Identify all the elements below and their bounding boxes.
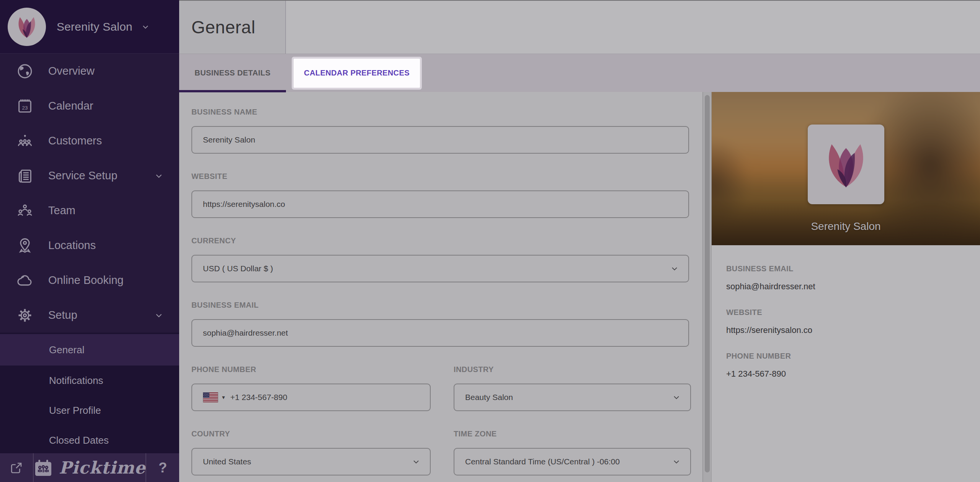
sidebar-item-online-booking[interactable]: Online Booking — [0, 263, 179, 298]
tab-calendar-preferences[interactable]: CALENDAR PREFERENCES — [294, 59, 420, 88]
panel-email-group: BUSINESS EMAIL sophia@hairdresser.net — [726, 264, 969, 292]
sidebar-subitem-user-profile[interactable]: User Profile — [0, 395, 179, 425]
business-name: Serenity Salon — [57, 20, 132, 33]
sidebar-item-customers[interactable]: Customers — [0, 123, 179, 158]
panel-info: BUSINESS EMAIL sophia@hairdresser.net WE… — [712, 245, 980, 395]
business-logo-card — [808, 125, 884, 204]
lotus-logo-icon — [13, 13, 41, 41]
business-logo — [8, 8, 46, 46]
business-switcher[interactable]: Serenity Salon — [0, 0, 179, 54]
customers-icon — [14, 132, 36, 150]
sidebar-item-calendar[interactable]: 23 Calendar — [0, 89, 179, 123]
us-flag-icon — [203, 392, 218, 402]
page-title-box: General — [179, 1, 286, 54]
services-icon — [14, 167, 36, 185]
chevron-down-icon — [154, 171, 164, 181]
external-link-icon — [10, 461, 23, 475]
sidebar-item-locations[interactable]: Locations — [0, 228, 179, 263]
sidebar-item-label: Setup — [48, 309, 154, 321]
location-pin-icon — [14, 237, 36, 254]
subitem-label: Notifications — [49, 375, 103, 387]
sidebar-subitem-closed-dates[interactable]: Closed Dates — [0, 425, 179, 455]
field-website: WEBSITE — [191, 172, 689, 218]
panel-phone-value: +1 234-567-890 — [726, 369, 786, 379]
subitem-label: Closed Dates — [49, 434, 109, 446]
panel-phone-label: PHONE NUMBER — [726, 352, 969, 361]
page-header: General — [179, 0, 980, 54]
timezone-select[interactable]: Central Standard Time (US/Central ) -06:… — [454, 448, 691, 475]
website-label: WEBSITE — [191, 172, 689, 181]
sidebar-subitem-notifications[interactable]: Notifications — [0, 366, 179, 395]
panel-phone-group: PHONE NUMBER +1 234-567-890 — [726, 352, 969, 379]
sidebar-item-setup[interactable]: Setup — [0, 298, 179, 333]
country-value: United States — [203, 457, 412, 466]
phone-number-label: PHONE NUMBER — [191, 365, 431, 374]
chevron-down-icon — [154, 310, 164, 320]
business-details-form: BUSINESS NAME WEBSITE CURRENCY USD ( US … — [179, 92, 703, 482]
phone-country-caret-icon: ▾ — [222, 394, 225, 401]
chevron-down-icon — [672, 393, 681, 402]
sidebar-subitem-general[interactable]: General — [0, 334, 179, 366]
cloud-icon — [14, 272, 36, 289]
currency-value: USD ( US Dollar $ ) — [203, 264, 670, 273]
field-timezone: TIME ZONE Central Standard Time (US/Cent… — [454, 430, 691, 475]
sidebar-item-overview[interactable]: Overview — [0, 54, 179, 89]
sidebar-item-label: Customers — [48, 134, 164, 147]
sidebar-item-label: Service Setup — [48, 169, 154, 182]
chevron-down-icon — [141, 22, 150, 31]
picktime-wordmark: Picktime — [59, 458, 146, 477]
globe-icon — [14, 62, 36, 80]
sidebar-nav: Overview 23 Calendar — [0, 54, 179, 333]
business-name-input[interactable] — [191, 126, 689, 154]
sidebar-footer: Picktime ? — [0, 453, 179, 482]
panel-website-value: https://serenitysalon.co — [726, 325, 812, 335]
scrollbar-thumb[interactable] — [705, 95, 710, 472]
field-business-email: BUSINESS EMAIL — [191, 301, 689, 347]
content-row: BUSINESS NAME WEBSITE CURRENCY USD ( US … — [179, 92, 980, 482]
field-currency: CURRENCY USD ( US Dollar $ ) — [191, 236, 689, 282]
industry-label: INDUSTRY — [454, 365, 691, 374]
field-country: COUNTRY United States — [191, 430, 431, 475]
vertical-scrollbar[interactable] — [703, 92, 711, 482]
website-input[interactable] — [191, 190, 689, 218]
business-preview-panel: Serenity Salon BUSINESS EMAIL sophia@hai… — [711, 92, 980, 482]
sidebar-item-service-setup[interactable]: Service Setup — [0, 158, 179, 193]
active-tab-indicator — [179, 90, 286, 92]
tab-business-details[interactable]: BUSINESS DETAILS — [179, 54, 286, 92]
business-email-label: BUSINESS EMAIL — [191, 301, 689, 310]
chevron-down-icon — [672, 457, 681, 466]
picktime-app: Serenity Salon Overview — [0, 0, 980, 482]
sidebar: Serenity Salon Overview — [0, 0, 179, 482]
currency-label: CURRENCY — [191, 236, 689, 245]
field-business-name: BUSINESS NAME — [191, 108, 689, 154]
business-name-label: BUSINESS NAME — [191, 108, 689, 116]
sidebar-item-label: Online Booking — [48, 274, 164, 287]
tab-label: CALENDAR PREFERENCES — [304, 69, 410, 77]
sidebar-item-team[interactable]: Team — [0, 193, 179, 228]
calendar-icon: 23 — [14, 97, 36, 115]
phone-input[interactable]: ▾ +1 234-567-890 — [191, 384, 431, 411]
industry-value: Beauty Salon — [465, 393, 672, 402]
tab-label: BUSINESS DETAILS — [194, 69, 270, 77]
help-icon: ? — [158, 460, 167, 476]
currency-select[interactable]: USD ( US Dollar $ ) — [191, 255, 689, 282]
picktime-calendar-icon — [34, 459, 53, 477]
panel-email-value: sophia@hairdresser.net — [726, 282, 815, 291]
panel-website-group: WEBSITE https://serenitysalon.co — [726, 308, 969, 335]
cover-photo: Serenity Salon — [712, 92, 980, 245]
panel-email-label: BUSINESS EMAIL — [726, 264, 969, 273]
field-phone-number: PHONE NUMBER — [191, 365, 431, 411]
chevron-down-icon — [670, 264, 679, 273]
country-label: COUNTRY — [191, 430, 431, 438]
subitem-label: General — [49, 344, 85, 356]
sidebar-item-label: Team — [48, 204, 164, 217]
timezone-value: Central Standard Time (US/Central ) -06:… — [465, 457, 672, 466]
picktime-logo[interactable]: Picktime — [34, 453, 146, 482]
industry-select[interactable]: Beauty Salon — [454, 384, 691, 411]
external-link-button[interactable] — [0, 453, 34, 482]
business-email-input[interactable] — [191, 319, 689, 347]
team-icon — [14, 202, 36, 220]
country-select[interactable]: United States — [191, 448, 431, 475]
subitem-label: User Profile — [49, 405, 101, 416]
help-button[interactable]: ? — [145, 453, 179, 482]
